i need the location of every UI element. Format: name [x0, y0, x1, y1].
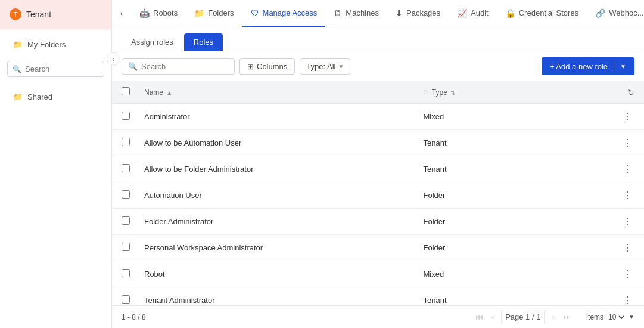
- nav-label-folders: Folders: [208, 8, 234, 17]
- columns-grid-icon: ⊞: [247, 62, 254, 71]
- sidebar-search-box[interactable]: 🔍: [7, 61, 104, 77]
- add-new-role-button[interactable]: + Add a new role ▼: [542, 57, 634, 75]
- row-checkbox-0[interactable]: [122, 112, 130, 120]
- sidebar-my-folders-section: 📁 My Folders: [0, 29, 111, 56]
- row-checkbox-1[interactable]: [122, 138, 130, 146]
- th-select-all[interactable]: [112, 81, 135, 104]
- th-name[interactable]: Name ▲: [135, 81, 414, 104]
- row-checkbox-cell-2[interactable]: [112, 156, 135, 182]
- nav-item-folders[interactable]: 📁 Folders: [186, 0, 242, 27]
- row-name-7: Tenant Administrator: [135, 287, 414, 306]
- nav-label-audit: Audit: [471, 8, 489, 17]
- row-checkbox-cell-6[interactable]: [112, 261, 135, 287]
- main-content: ‹ 🤖 Robots 📁 Folders 🛡 Manage Access 🖥 M…: [112, 0, 644, 328]
- nav-item-audit[interactable]: 📈 Audit: [449, 0, 497, 27]
- row-more-button-6[interactable]: ⋮: [620, 267, 634, 281]
- row-name-0: Administrator: [135, 104, 414, 130]
- nav-item-packages[interactable]: ⬇ Packages: [387, 0, 449, 27]
- robots-icon: 🤖: [139, 8, 150, 18]
- row-more-button-0[interactable]: ⋮: [620, 110, 634, 123]
- tenant-label: Tenant: [26, 10, 51, 19]
- roles-table: Name ▲ ⠿ Type ⇅ ↻: [112, 81, 644, 305]
- roles-table-wrap: Name ▲ ⠿ Type ⇅ ↻: [112, 81, 644, 305]
- row-checkbox-cell-0[interactable]: [112, 104, 135, 130]
- row-checkbox-7[interactable]: [122, 295, 130, 304]
- items-chevron-icon: ▼: [629, 314, 634, 320]
- items-per-page-control[interactable]: Items 10 25 50 ▼: [586, 312, 634, 322]
- row-checkbox-2[interactable]: [122, 164, 130, 172]
- folder-icon: 📁: [13, 40, 23, 49]
- sidebar-collapse-button[interactable]: ‹: [107, 52, 120, 66]
- last-page-button[interactable]: ⏭: [559, 311, 574, 323]
- row-actions-1: ⋮: [592, 130, 644, 156]
- nav-prev-button[interactable]: ‹: [112, 0, 131, 27]
- row-actions-2: ⋮: [592, 156, 644, 182]
- pagination-divider-2: [544, 311, 545, 323]
- sidebar-item-my-folders[interactable]: 📁 My Folders: [7, 36, 104, 52]
- row-checkbox-6[interactable]: [122, 269, 130, 277]
- shared-label: Shared: [27, 92, 52, 101]
- nav-item-machines[interactable]: 🖥 Machines: [325, 0, 387, 27]
- row-checkbox-cell-3[interactable]: [112, 182, 135, 209]
- first-page-button[interactable]: ⏮: [472, 311, 487, 323]
- row-name-6: Robot: [135, 261, 414, 287]
- nav-item-robots[interactable]: 🤖 Robots: [131, 0, 186, 27]
- row-more-button-4[interactable]: ⋮: [620, 215, 634, 228]
- sidebar-search-input[interactable]: [25, 64, 99, 73]
- th-type[interactable]: ⠿ Type ⇅: [414, 81, 592, 104]
- nav-label-robots: Robots: [153, 8, 178, 17]
- next-page-button[interactable]: ›: [548, 311, 558, 323]
- row-actions-6: ⋮: [592, 261, 644, 287]
- items-per-page-select[interactable]: 10 25 50: [606, 312, 626, 322]
- row-checkbox-cell-5[interactable]: [112, 235, 135, 261]
- row-type-3: Folder: [414, 182, 592, 209]
- items-label: Items: [586, 313, 603, 321]
- sidebar-tenant-header[interactable]: T Tenant: [0, 0, 111, 29]
- row-more-button-3[interactable]: ⋮: [620, 188, 634, 202]
- table-footer: 1 - 8 / 8 ⏮ ‹ Page 1 / 1 › ⏭ Items 10 25…: [112, 305, 644, 328]
- row-type-5: Folder: [414, 235, 592, 261]
- row-name-5: Personal Workspace Administrator: [135, 235, 414, 261]
- toolbar-search-icon: 🔍: [128, 62, 138, 71]
- type-filter-chevron-icon: ▼: [338, 63, 344, 70]
- row-more-button-7[interactable]: ⋮: [620, 293, 634, 305]
- row-checkbox-3[interactable]: [122, 190, 130, 199]
- type-filter-label: Type: All: [306, 62, 335, 71]
- tab-roles[interactable]: Roles: [184, 33, 223, 51]
- tenant-icon: T: [10, 8, 21, 20]
- th-name-label: Name: [144, 88, 163, 97]
- row-name-2: Allow to be Folder Administrator: [135, 156, 414, 182]
- columns-button[interactable]: ⊞ Columns: [239, 58, 295, 75]
- row-actions-4: ⋮: [592, 209, 644, 235]
- refresh-button[interactable]: ↻: [627, 88, 634, 97]
- row-more-button-5[interactable]: ⋮: [620, 241, 634, 255]
- row-name-3: Automation User: [135, 182, 414, 209]
- nav-label-packages: Packages: [406, 8, 440, 17]
- row-more-button-1[interactable]: ⋮: [620, 136, 634, 150]
- sidebar-item-shared[interactable]: 📁 Shared: [7, 89, 104, 105]
- row-checkbox-cell-4[interactable]: [112, 209, 135, 235]
- tab-assign-roles[interactable]: Assign roles: [122, 33, 183, 51]
- row-more-button-2[interactable]: ⋮: [620, 162, 634, 176]
- row-checkbox-cell-7[interactable]: [112, 287, 135, 306]
- sidebar-search-icon: 🔍: [13, 65, 21, 73]
- select-all-checkbox[interactable]: [122, 87, 130, 95]
- row-checkbox-4[interactable]: [122, 216, 130, 225]
- toolbar-search-input[interactable]: [141, 62, 225, 71]
- drag-handle-type: ⠿: [424, 89, 428, 96]
- nav-item-manage-access[interactable]: 🛡 Manage Access: [242, 0, 326, 27]
- row-checkbox-5[interactable]: [122, 243, 130, 251]
- type-filter-dropdown[interactable]: Type: All ▼: [300, 58, 350, 75]
- add-role-label: + Add a new role: [550, 62, 608, 71]
- prev-page-button[interactable]: ‹: [488, 311, 497, 323]
- toolbar-search-box[interactable]: 🔍: [122, 58, 235, 75]
- webhooks-icon: 🔗: [595, 8, 605, 18]
- sidebar: T Tenant 📁 My Folders 🔍 📁 Shared: [0, 0, 112, 328]
- range-label: 1 - 8 / 8: [122, 313, 146, 321]
- pagination-controls: ⏮ ‹ Page 1 / 1 › ⏭: [472, 311, 574, 323]
- nav-item-webhooks[interactable]: 🔗 Webhoc...: [587, 0, 644, 27]
- row-name-1: Allow to be Automation User: [135, 130, 414, 156]
- nav-item-credential-stores[interactable]: 🔒 Credential Stores: [497, 0, 587, 27]
- row-checkbox-cell-1[interactable]: [112, 130, 135, 156]
- shared-folder-icon: 📁: [13, 92, 23, 101]
